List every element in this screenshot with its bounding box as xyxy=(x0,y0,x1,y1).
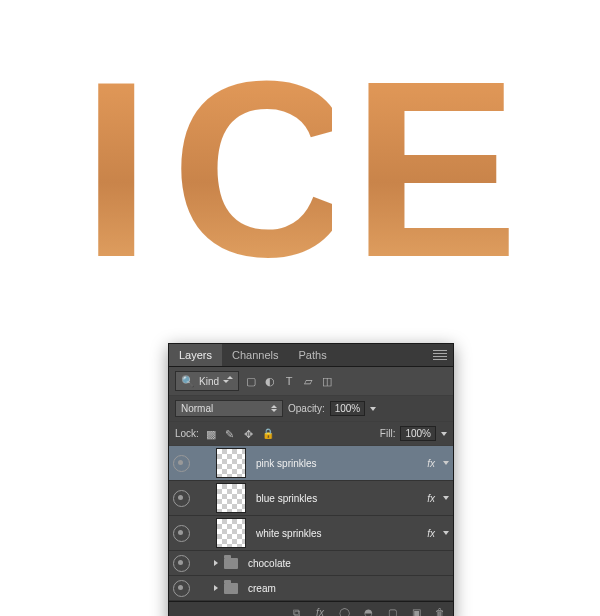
folder-icon xyxy=(224,583,238,594)
lock-pixels-icon[interactable]: ✎ xyxy=(223,427,237,441)
group-row[interactable]: chocolate xyxy=(169,551,453,576)
tab-paths[interactable]: Paths xyxy=(289,344,337,366)
new-layer-icon[interactable]: ▣ xyxy=(409,606,423,616)
layer-fx-icon[interactable]: fx ▾ xyxy=(313,606,327,616)
layer-thumbnail[interactable] xyxy=(216,483,246,513)
artwork-area: I C E xyxy=(0,0,600,340)
visibility-icon[interactable] xyxy=(173,455,190,472)
panel-footer: ⧉ fx ▾ ◯ ◓ ▢ ▣ 🗑 xyxy=(169,601,453,616)
search-icon: 🔍 xyxy=(181,374,195,388)
opacity-label: Opacity: xyxy=(288,403,325,414)
layer-row[interactable]: pink sprinkles fx xyxy=(169,446,453,481)
layers-panel: Layers Channels Paths 🔍 Kind ▢ ◐ T ▱ ◫ N… xyxy=(168,343,454,616)
visibility-icon[interactable] xyxy=(173,525,190,542)
panel-tabs: Layers Channels Paths xyxy=(169,344,453,367)
visibility-icon[interactable] xyxy=(173,490,190,507)
opacity-dropdown-icon[interactable] xyxy=(370,407,376,411)
visibility-icon[interactable] xyxy=(173,555,190,572)
group-row[interactable]: cream xyxy=(169,576,453,601)
blend-row: Normal Opacity: 100% xyxy=(169,396,453,422)
filter-pixel-icon[interactable]: ▢ xyxy=(244,374,258,388)
layer-thumbnail[interactable] xyxy=(216,448,246,478)
fx-expand-icon[interactable] xyxy=(443,461,449,465)
panel-menu-icon[interactable] xyxy=(433,350,447,360)
filter-shape-icon[interactable]: ▱ xyxy=(301,374,315,388)
lock-transparency-icon[interactable]: ▩ xyxy=(204,427,218,441)
filter-smart-icon[interactable]: ◫ xyxy=(320,374,334,388)
layers-list: pink sprinkles fx blue sprinkles fx whit… xyxy=(169,446,453,601)
filter-row: 🔍 Kind ▢ ◐ T ▱ ◫ xyxy=(169,367,453,396)
fill-value[interactable]: 100% xyxy=(400,426,436,441)
filter-type-icon[interactable]: T xyxy=(282,374,296,388)
opacity-value[interactable]: 100% xyxy=(330,401,366,416)
layer-name[interactable]: blue sprinkles xyxy=(252,493,421,504)
group-expand-icon[interactable] xyxy=(214,585,218,591)
layer-mask-icon[interactable]: ◯ xyxy=(337,606,351,616)
group-name[interactable]: cream xyxy=(244,583,449,594)
lock-label: Lock: xyxy=(175,428,199,439)
link-layers-icon[interactable]: ⧉ xyxy=(289,606,303,616)
fill-dropdown-icon[interactable] xyxy=(441,432,447,436)
visibility-icon[interactable] xyxy=(173,580,190,597)
folder-icon xyxy=(224,558,238,569)
blend-mode-select[interactable]: Normal xyxy=(175,400,283,417)
lock-position-icon[interactable]: ✥ xyxy=(242,427,256,441)
blend-mode-value: Normal xyxy=(181,403,213,414)
layer-name[interactable]: pink sprinkles xyxy=(252,458,421,469)
new-group-icon[interactable]: ▢ xyxy=(385,606,399,616)
fx-expand-icon[interactable] xyxy=(443,496,449,500)
fx-badge[interactable]: fx xyxy=(427,493,435,504)
filter-kind-label: Kind xyxy=(199,376,219,387)
delete-layer-icon[interactable]: 🗑 xyxy=(433,606,447,616)
fx-expand-icon[interactable] xyxy=(443,531,449,535)
filter-adjustment-icon[interactable]: ◐ xyxy=(263,374,277,388)
layer-thumbnail[interactable] xyxy=(216,518,246,548)
fx-badge[interactable]: fx xyxy=(427,528,435,539)
layer-row[interactable]: blue sprinkles fx xyxy=(169,481,453,516)
fx-badge[interactable]: fx xyxy=(427,458,435,469)
letter-c: C xyxy=(171,45,332,295)
lock-row: Lock: ▩ ✎ ✥ 🔒 Fill: 100% xyxy=(169,422,453,446)
layer-row[interactable]: white sprinkles fx xyxy=(169,516,453,551)
tab-layers[interactable]: Layers xyxy=(169,344,222,366)
adjustment-layer-icon[interactable]: ◓ xyxy=(361,606,375,616)
letter-e: E xyxy=(352,45,519,295)
filter-kind-select[interactable]: 🔍 Kind xyxy=(175,371,239,391)
lock-all-icon[interactable]: 🔒 xyxy=(261,427,275,441)
group-expand-icon[interactable] xyxy=(214,560,218,566)
letter-i: I xyxy=(82,45,151,295)
layer-name[interactable]: white sprinkles xyxy=(252,528,421,539)
group-name[interactable]: chocolate xyxy=(244,558,449,569)
tab-channels[interactable]: Channels xyxy=(222,344,288,366)
fill-label: Fill: xyxy=(380,428,396,439)
